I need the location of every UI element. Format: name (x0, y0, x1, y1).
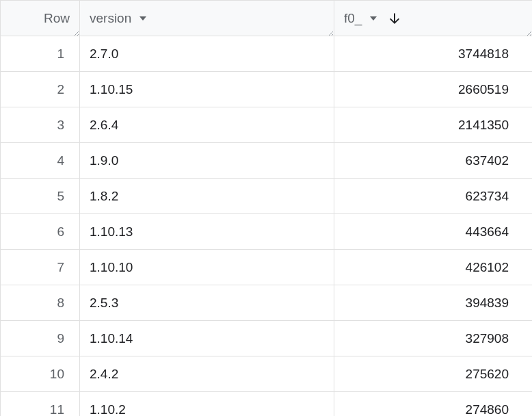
table-row: 51.8.2623734 (1, 179, 533, 214)
table-row: 82.5.3394839 (1, 285, 533, 321)
cell-version: 2.6.4 (80, 107, 334, 143)
cell-row-number: 9 (1, 321, 80, 356)
column-header-row[interactable]: Row (1, 1, 80, 36)
table-row: 41.9.0637402 (1, 143, 533, 179)
cell-version: 1.9.0 (80, 143, 334, 179)
results-table: Row version f0_ (0, 0, 532, 416)
table-header-row: Row version f0_ (1, 1, 533, 36)
cell-row-number: 10 (1, 356, 80, 392)
dropdown-icon[interactable] (139, 16, 146, 21)
cell-version: 1.10.15 (80, 72, 334, 107)
cell-row-number: 1 (1, 36, 80, 72)
dropdown-icon[interactable] (370, 16, 377, 21)
cell-row-number: 11 (1, 392, 80, 417)
cell-f0: 2660519 (334, 72, 533, 107)
cell-f0: 394839 (334, 285, 533, 321)
cell-row-number: 2 (1, 72, 80, 107)
cell-f0: 275620 (334, 356, 533, 392)
column-label: Row (44, 11, 70, 26)
table-row: 91.10.14327908 (1, 321, 533, 356)
column-label: version (90, 11, 131, 26)
table-row: 111.10.2274860 (1, 392, 533, 417)
resize-handle-icon[interactable] (70, 27, 79, 35)
table-row: 61.10.13443664 (1, 214, 533, 250)
sort-descending-icon[interactable] (388, 12, 401, 25)
cell-f0: 623734 (334, 179, 533, 214)
resize-handle-icon[interactable] (325, 27, 333, 35)
table-row: 102.4.2275620 (1, 356, 533, 392)
cell-f0: 327908 (334, 321, 533, 356)
cell-row-number: 7 (1, 250, 80, 285)
cell-f0: 2141350 (334, 107, 533, 143)
cell-version: 2.4.2 (80, 356, 334, 392)
cell-f0: 426102 (334, 250, 533, 285)
cell-row-number: 3 (1, 107, 80, 143)
cell-version: 1.10.2 (80, 392, 334, 417)
cell-version: 2.7.0 (80, 36, 334, 72)
cell-row-number: 5 (1, 179, 80, 214)
cell-version: 2.5.3 (80, 285, 334, 321)
cell-version: 1.10.13 (80, 214, 334, 250)
table-row: 32.6.42141350 (1, 107, 533, 143)
column-header-f0[interactable]: f0_ (334, 1, 533, 36)
column-label: f0_ (344, 11, 362, 26)
cell-row-number: 6 (1, 214, 80, 250)
cell-f0: 3744818 (334, 36, 533, 72)
column-header-version[interactable]: version (80, 1, 334, 36)
cell-row-number: 8 (1, 285, 80, 321)
table-row: 12.7.03744818 (1, 36, 533, 72)
cell-version: 1.8.2 (80, 179, 334, 214)
cell-version: 1.10.10 (80, 250, 334, 285)
table-row: 71.10.10426102 (1, 250, 533, 285)
table-row: 21.10.152660519 (1, 72, 533, 107)
cell-f0: 274860 (334, 392, 533, 417)
cell-f0: 443664 (334, 214, 533, 250)
cell-f0: 637402 (334, 143, 533, 179)
resize-handle-icon[interactable] (523, 27, 531, 35)
cell-row-number: 4 (1, 143, 80, 179)
cell-version: 1.10.14 (80, 321, 334, 356)
